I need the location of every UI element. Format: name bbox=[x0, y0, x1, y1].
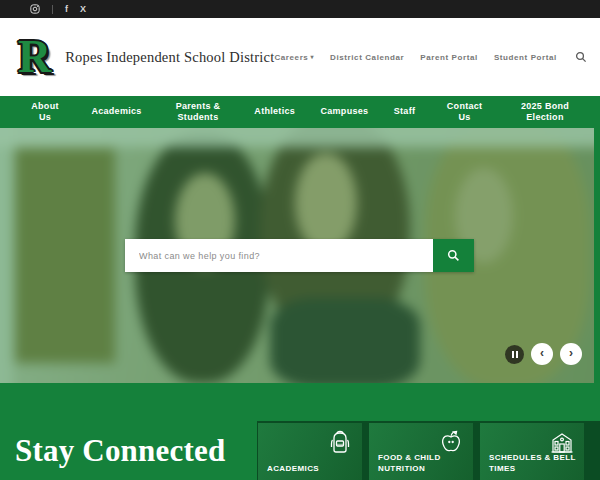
carousel-pause-button[interactable] bbox=[505, 345, 524, 364]
search-icon[interactable] bbox=[575, 51, 587, 63]
hero-carousel: ‹ › bbox=[0, 128, 600, 383]
backpack-icon bbox=[327, 429, 353, 455]
carousel-next-button[interactable]: › bbox=[560, 343, 582, 365]
school-building-icon bbox=[549, 429, 575, 455]
tile-schedules-bell-times[interactable]: SCHEDULES & BELL TIMES bbox=[480, 423, 584, 480]
main-nav: About Us Academics Parents & Students At… bbox=[0, 96, 600, 128]
x-twitter-icon[interactable]: X bbox=[80, 0, 86, 18]
district-logo[interactable]: R bbox=[18, 31, 51, 83]
parent-portal-link[interactable]: Parent Portal bbox=[420, 53, 478, 62]
hero-right-green-stripe bbox=[594, 128, 600, 383]
tile-label: SCHEDULES & BELL TIMES bbox=[489, 453, 577, 474]
facebook-icon[interactable]: f bbox=[65, 0, 68, 18]
nav-item-contact-us[interactable]: Contact Us bbox=[441, 101, 489, 124]
search-input[interactable] bbox=[125, 239, 433, 272]
chevron-left-icon: ‹ bbox=[540, 347, 544, 359]
search-submit-button[interactable] bbox=[433, 239, 474, 272]
carousel-prev-button[interactable]: ‹ bbox=[531, 343, 553, 365]
nav-item-staff[interactable]: Staff bbox=[394, 106, 416, 117]
district-calendar-link[interactable]: District Calendar bbox=[330, 53, 404, 62]
site-search-bar bbox=[125, 239, 474, 272]
nav-item-academics[interactable]: Academics bbox=[91, 106, 141, 117]
nav-item-2025-bond-election[interactable]: 2025 Bond Election bbox=[514, 101, 576, 124]
site-header: R Ropes Independent School District Care… bbox=[0, 18, 600, 96]
stay-connected-heading: Stay Connected bbox=[15, 433, 225, 469]
carousel-controls: ‹ › bbox=[505, 343, 582, 365]
nav-item-athletics[interactable]: Athletics bbox=[254, 106, 295, 117]
tile-food-child-nutrition[interactable]: FOOD & CHILD NUTRITION bbox=[369, 423, 473, 480]
header-utility-nav: Careers▾ District Calendar Parent Portal… bbox=[274, 51, 587, 63]
careers-link[interactable]: Careers▾ bbox=[274, 53, 314, 62]
tile-academics[interactable]: ACADEMICS bbox=[258, 423, 362, 480]
quick-links-tiles: ACADEMICS FOOD & CHILD NUTRITION bbox=[257, 421, 600, 480]
nav-item-parents-students[interactable]: Parents & Students bbox=[167, 101, 229, 124]
chevron-right-icon: › bbox=[569, 347, 573, 359]
social-divider bbox=[52, 5, 53, 14]
tile-label: FOOD & CHILD NUTRITION bbox=[378, 453, 466, 474]
stay-connected-section: Stay Connected ACADEMICS bbox=[0, 383, 600, 480]
tile-label: ACADEMICS bbox=[267, 464, 355, 474]
nav-item-about-us[interactable]: About Us bbox=[24, 101, 66, 124]
district-name: Ropes Independent School District bbox=[65, 49, 274, 66]
student-portal-link[interactable]: Student Portal bbox=[494, 53, 557, 62]
nav-item-campuses[interactable]: Campuses bbox=[320, 106, 368, 117]
apple-icon bbox=[438, 429, 464, 455]
pause-icon bbox=[512, 351, 518, 358]
chevron-down-icon: ▾ bbox=[310, 54, 314, 60]
instagram-icon[interactable] bbox=[30, 4, 40, 14]
social-bar: f X bbox=[0, 0, 600, 18]
magnifier-icon bbox=[447, 249, 460, 262]
